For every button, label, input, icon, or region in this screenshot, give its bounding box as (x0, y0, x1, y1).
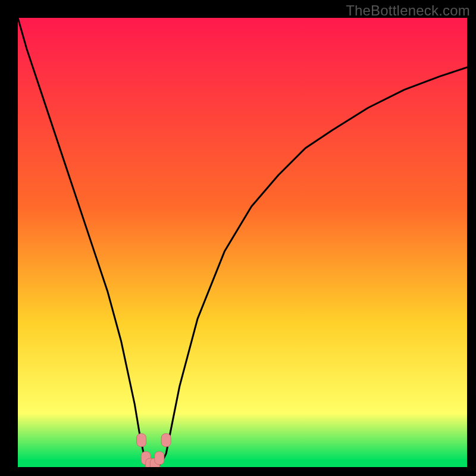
chart-frame: TheBottleneck.com (0, 0, 476, 476)
chart-svg (18, 18, 467, 467)
curve-marker (155, 452, 164, 465)
chart-plot-area (18, 18, 467, 467)
curve-marker (161, 434, 171, 447)
chart-background (18, 18, 467, 467)
attribution-text: TheBottleneck.com (346, 2, 470, 19)
curve-marker (137, 434, 146, 447)
